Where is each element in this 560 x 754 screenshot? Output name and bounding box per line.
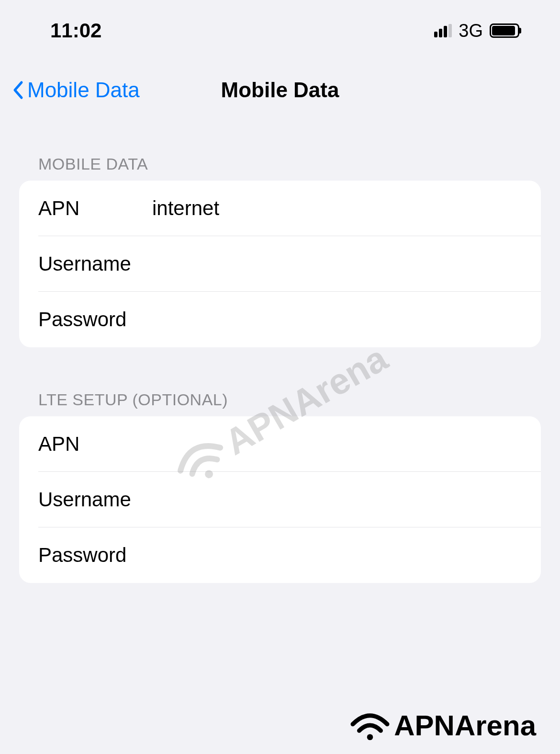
back-label: Mobile Data [27, 78, 140, 102]
input-lte-apn[interactable] [152, 433, 522, 456]
status-bar: 11:02 3G [0, 0, 560, 52]
input-lte-password[interactable] [152, 544, 522, 567]
svg-point-1 [367, 734, 373, 740]
input-password[interactable] [152, 308, 522, 331]
signal-icon [434, 24, 452, 37]
input-apn[interactable] [152, 197, 522, 220]
label-username: Username [38, 252, 152, 275]
label-lte-username: Username [38, 488, 152, 511]
wifi-icon [348, 708, 392, 742]
input-lte-username[interactable] [152, 488, 522, 511]
section-header-lte-setup: LTE SETUP (OPTIONAL) [0, 347, 560, 416]
section-group-lte-setup: APN Username Password [19, 416, 541, 583]
battery-icon [490, 23, 519, 38]
label-lte-password: Password [38, 544, 152, 567]
row-lte-password[interactable]: Password [19, 527, 541, 583]
section-header-mobile-data: MOBILE DATA [0, 112, 560, 181]
row-lte-apn[interactable]: APN [19, 416, 541, 472]
nav-bar: Mobile Data Mobile Data [0, 52, 560, 112]
status-indicators: 3G [434, 21, 519, 41]
watermark-text: APNArena [394, 709, 536, 742]
chevron-back-icon [12, 80, 23, 100]
label-apn: APN [38, 197, 152, 220]
row-username[interactable]: Username [19, 236, 541, 292]
row-apn[interactable]: APN [19, 181, 541, 236]
label-lte-apn: APN [38, 433, 152, 456]
row-password[interactable]: Password [19, 292, 541, 347]
watermark-bottom: APNArena [348, 708, 536, 742]
input-username[interactable] [152, 252, 522, 275]
status-time: 11:02 [50, 19, 101, 42]
network-type: 3G [459, 21, 483, 41]
section-group-mobile-data: APN Username Password [19, 181, 541, 347]
label-password: Password [38, 308, 152, 331]
row-lte-username[interactable]: Username [19, 472, 541, 527]
back-button[interactable]: Mobile Data [12, 78, 140, 102]
page-title: Mobile Data [221, 78, 339, 102]
